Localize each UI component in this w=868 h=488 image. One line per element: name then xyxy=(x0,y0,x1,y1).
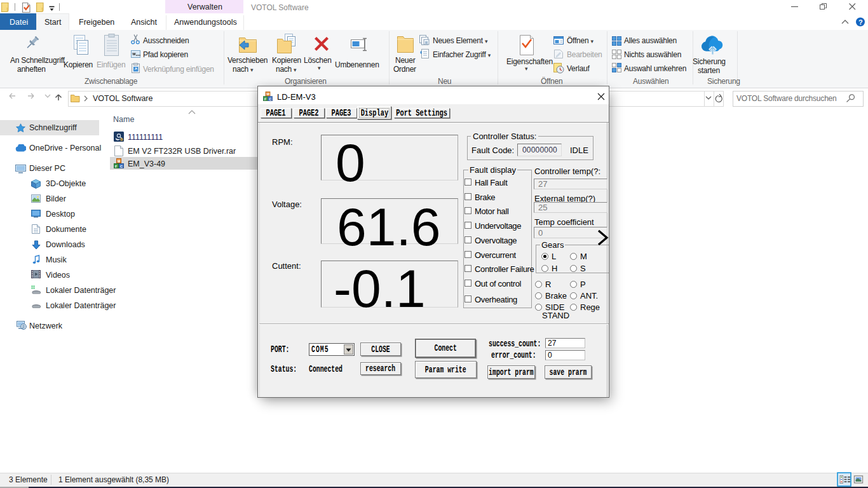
svg-text:?: ? xyxy=(858,18,863,26)
svg-text:M: M xyxy=(267,92,270,96)
svg-text:C: C xyxy=(269,97,271,101)
svg-text:M: M xyxy=(118,159,120,163)
svg-text:C: C xyxy=(120,165,123,168)
